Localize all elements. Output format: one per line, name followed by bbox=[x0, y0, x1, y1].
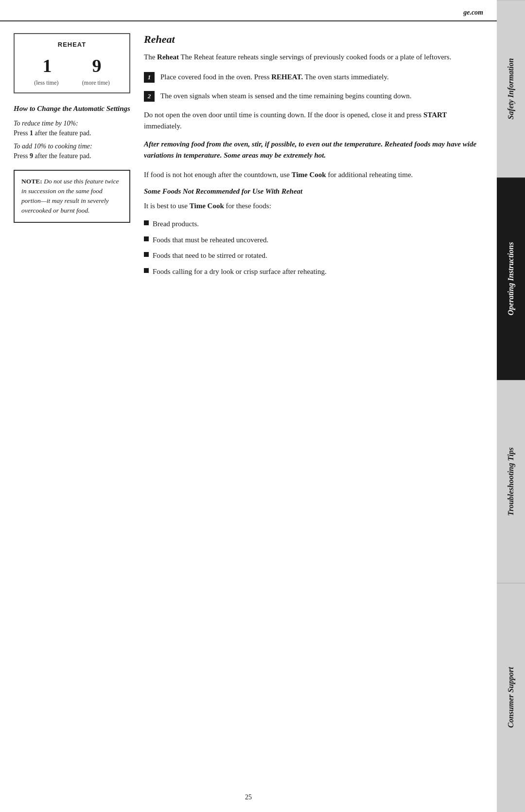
website-url: ge.com bbox=[463, 9, 483, 17]
para-2: If food is not hot enough after the coun… bbox=[144, 169, 483, 180]
step-1: 1 Place covered food in the oven. Press … bbox=[144, 72, 483, 83]
reheat-number-low: 1 bbox=[43, 55, 52, 76]
how-to-text-1: Press 1 after the feature pad. bbox=[14, 128, 130, 138]
tab-troubleshooting-label: Troubleshooting Tips bbox=[507, 448, 515, 516]
how-to-item-1: To reduce time by 10%: Press 1 after the… bbox=[14, 120, 130, 138]
tab-safety[interactable]: Safety Information bbox=[497, 0, 525, 177]
bullet-text-1: Bread products. bbox=[153, 218, 199, 230]
reheat-number-high: 9 bbox=[92, 55, 102, 76]
list-item: Foods calling for a dry look or crisp su… bbox=[144, 266, 483, 277]
list-item: Foods that need to be stirred or rotated… bbox=[144, 250, 483, 261]
main-content: ge.com Reheat 1 9 (less time) (more time… bbox=[0, 0, 497, 812]
top-header: ge.com bbox=[0, 0, 497, 21]
note-label: NOTE: bbox=[21, 178, 42, 185]
intro-text: The Reheat The Reheat feature reheats si… bbox=[144, 52, 483, 63]
list-item: Foods that must be reheated uncovered. bbox=[144, 235, 483, 246]
bullet-text-2: Foods that must be reheated uncovered. bbox=[153, 235, 268, 246]
how-to-text-2: Press 9 after the feature pad. bbox=[14, 151, 130, 161]
list-item: Bread products. bbox=[144, 218, 483, 230]
reheat-labels-row: (less time) (more time) bbox=[22, 79, 122, 87]
reheat-diagram-title: Reheat bbox=[22, 41, 122, 48]
bullet-text-3: Foods that need to be stirred or rotated… bbox=[153, 250, 267, 261]
how-to-item-2: To add 10% to cooking time: Press 9 afte… bbox=[14, 143, 130, 161]
side-tabs: Safety Information Operating Instruction… bbox=[497, 0, 525, 812]
bullet-text-4: Foods calling for a dry look or crisp su… bbox=[153, 266, 327, 277]
step-text-1: Place covered food in the oven. Press RE… bbox=[160, 72, 483, 83]
step-text-2: The oven signals when steam is sensed an… bbox=[160, 90, 483, 102]
reheat-numbers-row: 1 9 bbox=[22, 55, 122, 76]
bullet-icon-2 bbox=[144, 236, 149, 241]
how-to-section: How to Change the Automatic Settings To … bbox=[14, 104, 130, 161]
para-1: Do not open the oven door until time is … bbox=[144, 109, 483, 132]
bullet-icon-1 bbox=[144, 220, 149, 225]
tab-consumer-label: Consumer Support bbox=[507, 668, 515, 728]
note-box: NOTE: Do not use this feature twice in s… bbox=[14, 170, 130, 223]
warning-para: After removing food from the oven, stir,… bbox=[144, 139, 483, 162]
reheat-heading: Reheat bbox=[144, 33, 483, 46]
page-container: ge.com Reheat 1 9 (less time) (more time… bbox=[0, 0, 525, 812]
tab-troubleshooting[interactable]: Troubleshooting Tips bbox=[497, 380, 525, 583]
how-to-subtitle-2: To add 10% to cooking time: bbox=[14, 143, 130, 150]
step-number-2: 2 bbox=[144, 91, 155, 102]
reheat-diagram: Reheat 1 9 (less time) (more time) bbox=[14, 33, 130, 93]
bullet-icon-4 bbox=[144, 268, 149, 273]
how-to-subtitle-1: To reduce time by 10%: bbox=[14, 120, 130, 127]
bullet-icon-3 bbox=[144, 252, 149, 257]
right-column: Reheat The Reheat The Reheat feature reh… bbox=[144, 33, 483, 282]
left-column: Reheat 1 9 (less time) (more time) How t… bbox=[14, 33, 130, 282]
bullet-list: Bread products. Foods that must be rehea… bbox=[144, 218, 483, 277]
tab-operating-label: Operating Instructions bbox=[507, 242, 515, 315]
page-number: 25 bbox=[245, 794, 252, 801]
content-body: Reheat 1 9 (less time) (more time) How t… bbox=[0, 21, 497, 282]
step-number-1: 1 bbox=[144, 72, 155, 83]
step-2: 2 The oven signals when steam is sensed … bbox=[144, 90, 483, 102]
how-to-heading: How to Change the Automatic Settings bbox=[14, 104, 130, 114]
reheat-label-high: (more time) bbox=[82, 79, 110, 87]
sub-heading: Some Foods Not Recommended for Use With … bbox=[144, 187, 483, 196]
bullet-intro: It is best to use Time Cook for these fo… bbox=[144, 200, 483, 212]
note-text: NOTE: Do not use this feature twice in s… bbox=[21, 177, 122, 216]
tab-consumer[interactable]: Consumer Support bbox=[497, 583, 525, 812]
tab-operating[interactable]: Operating Instructions bbox=[497, 177, 525, 380]
reheat-label-low: (less time) bbox=[34, 79, 58, 87]
tab-safety-label: Safety Information bbox=[507, 58, 515, 119]
